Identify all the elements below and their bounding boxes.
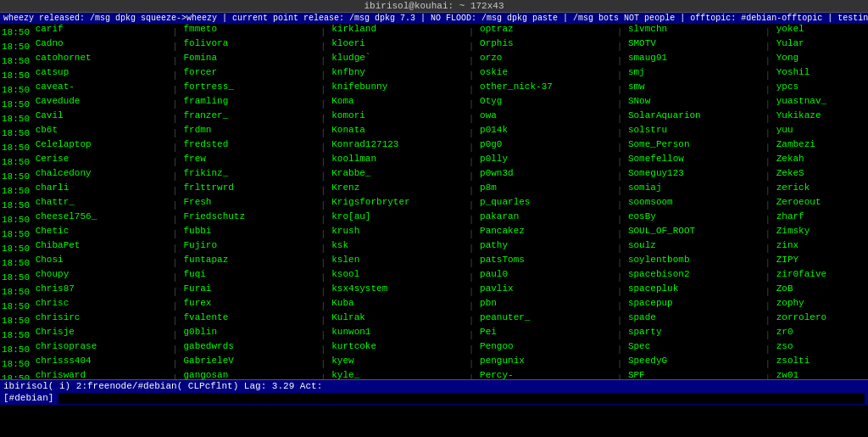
nick-cell: Cerise [36, 154, 167, 165]
nick-cell: peanuter_ [480, 312, 611, 323]
nick-cell: fvalente [183, 312, 314, 323]
table-row: 18:50 Chrisje | g0blin | kunwon1 | Pei |… [2, 327, 866, 341]
nick-cell: zw01 [776, 370, 868, 379]
nick-cell: Cadno [36, 38, 167, 49]
nick-cell: Krigsforbryter [331, 197, 463, 208]
nick-cell: p0lly [480, 154, 611, 165]
nick-cell: SMOTV [628, 38, 760, 49]
timestamp: 18:50 [2, 272, 30, 283]
bottom-bar[interactable]: [#debian] [0, 392, 868, 405]
nick-cell: krush [331, 226, 463, 237]
table-row: 18:50 choupy | fuqi | ksool | paul0 | sp… [2, 269, 866, 283]
nick-cell: patsToms [480, 255, 611, 266]
nick-cell: charli [36, 182, 167, 193]
timestamp: 18:50 [2, 287, 30, 297]
nick-cell: solstru [628, 125, 760, 136]
timestamp: 18:50 [2, 70, 30, 81]
input-bar-text: ibirisol( i) 2:freenode/#debian( CLPcfln… [3, 381, 322, 391]
timestamp: 18:50 [2, 143, 30, 153]
nick-cell: Pei [480, 327, 611, 338]
table-row: 18:50 chris87 | Furai | ksx4system | pav… [2, 283, 866, 298]
nick-cell: kirkland [331, 24, 463, 35]
command-input[interactable] [58, 393, 865, 404]
timestamp: 18:50 [2, 128, 30, 138]
nick-cell: Friedschutz [183, 211, 314, 222]
nick-cell: knifebunny [331, 81, 463, 92]
table-row: 18:50 catohornet | Fomina | kludge` | or… [2, 53, 866, 67]
nick-cell: gabedwrds [183, 341, 314, 352]
nick-cell: ksx4system [331, 283, 463, 294]
timestamp: 18:50 [2, 316, 30, 326]
nick-cell: smaug91 [628, 53, 760, 64]
nick-cell: Yong [776, 53, 868, 64]
timestamp: 18:50 [2, 330, 30, 340]
status-text: wheezy released: /msg dpkg squeeze->whee… [3, 14, 868, 23]
nick-cell: catsup [36, 67, 167, 78]
nick-cell: Kulrak [331, 312, 463, 323]
nick-cell: zerick [776, 182, 868, 193]
nick-cell: kurtcoke [331, 341, 463, 352]
nick-cell: kro[au] [331, 211, 463, 222]
nick-cell: spade [628, 312, 760, 323]
nick-cell: Zeroeout [776, 197, 868, 208]
nick-cell: oskie [480, 67, 611, 78]
table-row: 18:50 charli | frlttrwrd | Krenz | p8m |… [2, 182, 866, 197]
nick-cell: spacepup [628, 298, 760, 309]
nick-cell: Chetic [36, 226, 167, 237]
nick-cell: franzer_ [183, 110, 314, 121]
status-bar: wheezy released: /msg dpkg squeeze->whee… [0, 13, 868, 24]
nick-cell: Zambezi [776, 139, 868, 150]
nick-cell: soulz [628, 240, 760, 251]
nick-cell: Fomina [183, 53, 314, 64]
title-text: ibirisol@kouhai: ~ 172x43 [364, 1, 504, 11]
nick-cell: zinx [776, 240, 868, 251]
timestamp: 18:50 [2, 157, 30, 167]
nick-cell: kunwon1 [331, 327, 463, 338]
nick-cell: ZekeS [776, 168, 868, 179]
nick-cell: Pancakez [480, 226, 611, 237]
timestamp: 18:50 [2, 215, 30, 225]
timestamp: 18:50 [2, 56, 30, 66]
nick-cell: pbn [480, 298, 611, 309]
timestamp: 18:50 [2, 171, 30, 182]
nick-cell: smw [628, 81, 760, 92]
timestamp: 18:50 [2, 200, 30, 210]
timestamp: 18:50 [2, 359, 30, 369]
nick-cell: soylentbomb [628, 255, 760, 266]
nick-cell: zsolti [776, 356, 868, 367]
nick-cell: frew [183, 154, 314, 165]
nick-cell: chrisirc [36, 312, 167, 323]
nick-cell: Otyg [480, 96, 611, 107]
nick-cell: zorrolero [776, 312, 868, 323]
nick-cell: ChibaPet [36, 240, 167, 251]
table-row: 18:50 chrisc | furex | Kuba | pbn | spac… [2, 298, 866, 312]
prompt-text: [#debian] [3, 393, 53, 404]
nick-cell: Koma [331, 96, 463, 107]
nick-cell: kloeri [331, 38, 463, 49]
nick-cell: g0blin [183, 327, 314, 338]
nick-cell: Fujiro [183, 240, 314, 251]
nick-cell: choupy [36, 269, 167, 280]
nick-cell: chrisss404 [36, 356, 167, 367]
nick-cell: pavlix [480, 283, 611, 294]
nick-cell: owa [480, 110, 611, 121]
table-row: 18:50 cheesel756_ | Friedschutz | kro[au… [2, 211, 866, 226]
timestamp: 18:50 [2, 85, 30, 95]
nick-cell: ksool [331, 269, 463, 280]
nick-cell: Kuba [331, 298, 463, 309]
nick-cell: optraz [480, 24, 611, 35]
nick-cell: Furai [183, 283, 314, 294]
timestamp: 18:50 [2, 345, 30, 355]
nick-cell: chalcedony [36, 168, 167, 179]
timestamp: 18:50 [2, 301, 30, 311]
nick-cell: Zimsky [776, 226, 868, 237]
nick-cell: p0wn3d [480, 168, 611, 179]
input-bar: ibirisol( i) 2:freenode/#debian( CLPcfln… [0, 379, 868, 392]
nick-cell: catohornet [36, 53, 167, 64]
nick-cell: pengunix [480, 356, 611, 367]
nick-cell: Krenz [331, 182, 463, 193]
nick-cell: p8m [480, 182, 611, 193]
nick-cell: yokel [776, 24, 868, 35]
nick-cell: other_nick-37 [480, 81, 611, 92]
nick-cell: Chrisje [36, 327, 167, 338]
